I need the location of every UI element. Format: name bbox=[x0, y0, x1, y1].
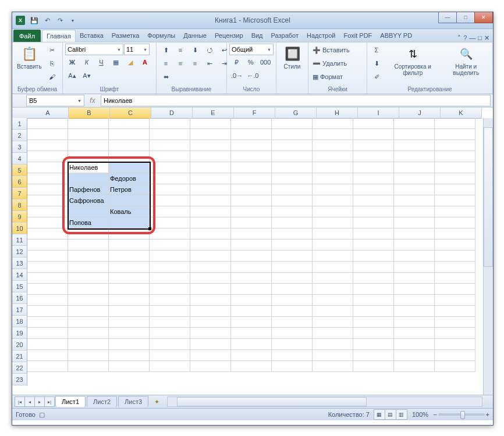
cell[interactable] bbox=[272, 162, 313, 173]
cell[interactable] bbox=[109, 129, 150, 140]
cell[interactable] bbox=[435, 151, 475, 162]
cell[interactable] bbox=[435, 184, 475, 195]
cell[interactable] bbox=[313, 228, 353, 240]
cell[interactable] bbox=[353, 240, 394, 251]
undo-icon[interactable]: ↶ bbox=[41, 15, 53, 26]
cell[interactable] bbox=[272, 151, 313, 162]
cell[interactable] bbox=[150, 162, 190, 173]
row-header[interactable]: 5 bbox=[12, 165, 27, 176]
vertical-scrollbar[interactable] bbox=[483, 118, 493, 395]
cell[interactable] bbox=[150, 295, 190, 306]
decrease-decimal-icon[interactable]: ←.0 bbox=[245, 69, 260, 82]
new-sheet-button[interactable]: ✦ bbox=[151, 397, 162, 406]
ribbon-tab[interactable]: Главная bbox=[42, 30, 76, 42]
row-header[interactable]: 23 bbox=[12, 374, 27, 385]
cell[interactable] bbox=[394, 284, 435, 295]
cell[interactable] bbox=[190, 361, 231, 372]
cell[interactable] bbox=[313, 173, 353, 184]
cell[interactable] bbox=[394, 173, 435, 184]
cell[interactable] bbox=[435, 240, 475, 251]
cell[interactable] bbox=[150, 273, 190, 284]
cell[interactable] bbox=[435, 206, 475, 217]
column-header[interactable]: B bbox=[69, 108, 110, 119]
cell[interactable] bbox=[353, 228, 394, 240]
cell[interactable] bbox=[394, 240, 435, 251]
cell[interactable] bbox=[353, 339, 394, 350]
fx-icon[interactable]: fx bbox=[87, 95, 98, 106]
column-header[interactable]: C bbox=[110, 108, 151, 119]
cell[interactable] bbox=[435, 339, 475, 350]
underline-button[interactable]: Ч bbox=[94, 56, 108, 69]
row-header[interactable]: 6 bbox=[12, 176, 27, 188]
cell[interactable] bbox=[109, 240, 150, 251]
cell[interactable] bbox=[27, 350, 68, 361]
cell[interactable] bbox=[394, 328, 435, 339]
cell[interactable] bbox=[68, 339, 109, 350]
cell[interactable] bbox=[272, 361, 313, 372]
row-header[interactable]: 18 bbox=[12, 316, 27, 327]
cell[interactable] bbox=[27, 339, 68, 350]
cell[interactable] bbox=[394, 361, 435, 372]
cell[interactable] bbox=[150, 306, 190, 317]
cell[interactable]: Сафронова bbox=[68, 195, 109, 206]
cell[interactable] bbox=[150, 284, 190, 295]
cell[interactable] bbox=[394, 350, 435, 361]
cell[interactable] bbox=[394, 339, 435, 350]
zoom-slider[interactable]: − + bbox=[433, 411, 489, 418]
cell[interactable] bbox=[150, 206, 190, 217]
cell[interactable] bbox=[27, 317, 68, 328]
page-layout-view-button[interactable]: ▤ bbox=[385, 409, 396, 420]
page-break-view-button[interactable]: ▥ bbox=[396, 409, 407, 420]
align-bottom-icon[interactable]: ⬇ bbox=[188, 44, 202, 56]
accounting-format-icon[interactable]: ₽ bbox=[229, 56, 243, 69]
cell[interactable] bbox=[272, 273, 313, 284]
cell[interactable] bbox=[150, 173, 190, 184]
align-right-icon[interactable]: ≡ bbox=[188, 57, 202, 70]
close-button[interactable]: ✕ bbox=[474, 12, 493, 23]
cell[interactable] bbox=[272, 140, 313, 151]
cell[interactable] bbox=[68, 228, 109, 240]
cell[interactable] bbox=[109, 217, 150, 228]
cell[interactable] bbox=[190, 195, 231, 206]
worksheet-grid[interactable]: ABCDEFGHIJK 1234567891011121314151617181… bbox=[12, 108, 493, 395]
fill-icon[interactable]: ⬇ bbox=[370, 57, 384, 70]
ribbon-tab[interactable]: Вид bbox=[247, 30, 267, 41]
cell[interactable] bbox=[231, 206, 272, 217]
copy-icon[interactable]: ⎘ bbox=[45, 57, 59, 70]
row-header[interactable]: 1 bbox=[12, 118, 27, 130]
cell[interactable] bbox=[353, 162, 394, 173]
doc-close-icon[interactable]: ✕ bbox=[484, 34, 489, 42]
cell[interactable] bbox=[435, 195, 475, 206]
name-box[interactable]: B5▼ bbox=[26, 95, 84, 106]
cell[interactable] bbox=[313, 295, 353, 306]
row-header[interactable]: 7 bbox=[12, 188, 27, 199]
cell[interactable] bbox=[190, 306, 231, 317]
cell[interactable] bbox=[353, 195, 394, 206]
cell[interactable] bbox=[68, 151, 109, 162]
cell[interactable] bbox=[68, 317, 109, 328]
cell[interactable] bbox=[27, 118, 68, 129]
cell[interactable] bbox=[27, 195, 68, 206]
cell[interactable] bbox=[313, 328, 353, 339]
cell[interactable] bbox=[313, 162, 353, 173]
cell[interactable] bbox=[68, 328, 109, 339]
percent-format-icon[interactable]: % bbox=[244, 56, 258, 69]
zoom-level[interactable]: 100% bbox=[412, 411, 428, 418]
autosum-icon[interactable]: Σ bbox=[370, 44, 384, 56]
cell[interactable] bbox=[272, 129, 313, 140]
cell[interactable] bbox=[313, 350, 353, 361]
cell[interactable] bbox=[435, 273, 475, 284]
cell[interactable] bbox=[27, 262, 68, 273]
cell[interactable] bbox=[150, 361, 190, 372]
cell[interactable] bbox=[272, 217, 313, 228]
cell[interactable] bbox=[394, 217, 435, 228]
cut-icon[interactable]: ✂ bbox=[45, 44, 59, 56]
cell[interactable] bbox=[394, 118, 435, 129]
sort-filter-button[interactable]: ⇅ Сортировка и фильтр bbox=[385, 44, 441, 77]
ribbon-tab[interactable]: Foxit PDF bbox=[339, 30, 376, 41]
cell[interactable] bbox=[313, 361, 353, 372]
column-header[interactable]: F bbox=[234, 108, 275, 119]
cell[interactable] bbox=[68, 295, 109, 306]
cell[interactable] bbox=[190, 284, 231, 295]
cell[interactable] bbox=[435, 140, 475, 151]
